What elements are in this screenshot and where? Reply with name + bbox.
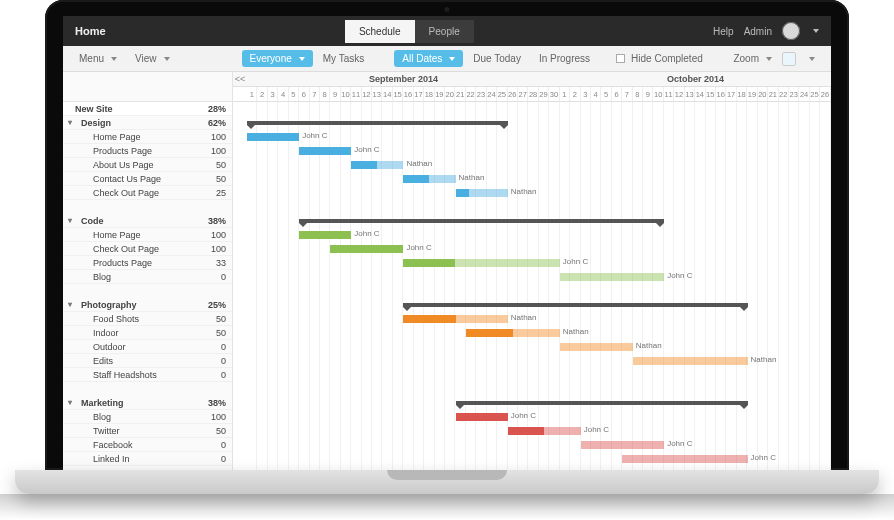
task-pct: 0 <box>200 440 226 450</box>
day-cell: 25 <box>810 87 820 101</box>
group-bar[interactable] <box>247 121 508 125</box>
task-row[interactable]: Edits0 <box>63 354 232 368</box>
task-bar[interactable] <box>466 329 560 337</box>
task-row[interactable]: Products Page100 <box>63 144 232 158</box>
task-row[interactable]: Home Page100 <box>63 228 232 242</box>
assignee-label: Nathan <box>751 355 777 364</box>
task-row[interactable]: Indoor50 <box>63 326 232 340</box>
task-bar[interactable] <box>622 455 747 463</box>
filter-all-dates[interactable]: All Dates <box>394 50 463 67</box>
task-row[interactable]: Twitter50 <box>63 424 232 438</box>
zoom-option-1[interactable] <box>782 52 796 66</box>
task-name: Contact Us Page <box>75 174 200 184</box>
task-row[interactable]: Linked In0 <box>63 452 232 466</box>
filter-due-today[interactable]: Due Today <box>465 50 529 67</box>
task-bar[interactable] <box>581 441 664 449</box>
zoom-button[interactable]: Zoom <box>725 50 780 67</box>
day-cell: 10 <box>341 87 351 101</box>
task-row[interactable]: About Us Page50 <box>63 158 232 172</box>
project-row[interactable]: New Site28% <box>63 102 232 116</box>
filter-my-tasks[interactable]: My Tasks <box>315 50 373 67</box>
task-row[interactable]: Outdoor0 <box>63 340 232 354</box>
day-cell: 13 <box>372 87 382 101</box>
account-menu-caret[interactable] <box>813 29 819 33</box>
task-pct: 0 <box>200 454 226 464</box>
assignee-label: John C <box>354 145 379 154</box>
avatar[interactable] <box>782 22 800 40</box>
task-pct: 50 <box>200 426 226 436</box>
tab-schedule[interactable]: Schedule <box>345 20 415 43</box>
task-bar[interactable] <box>560 273 664 281</box>
task-bar[interactable] <box>299 231 351 239</box>
assignee-label: John C <box>354 229 379 238</box>
task-row[interactable]: Home Page100 <box>63 130 232 144</box>
task-pct: 33 <box>200 258 226 268</box>
day-cell: 1 <box>560 87 570 101</box>
task-bar[interactable] <box>299 147 351 155</box>
disclose-icon[interactable]: ▾ <box>65 118 75 127</box>
day-cell: 9 <box>643 87 653 101</box>
task-row[interactable]: Staff Headshots0 <box>63 368 232 382</box>
tab-people[interactable]: People <box>415 20 474 43</box>
day-cell: 10 <box>653 87 663 101</box>
task-bar[interactable] <box>403 315 507 323</box>
disclose-icon[interactable]: ▾ <box>65 398 75 407</box>
task-bar[interactable] <box>456 413 508 421</box>
task-row[interactable]: Check Out Page100 <box>63 242 232 256</box>
task-bar[interactable] <box>351 161 403 169</box>
group-row[interactable]: ▾Photography25% <box>63 298 232 312</box>
task-name: Home Page <box>75 132 200 142</box>
disclose-icon[interactable]: ▾ <box>65 216 75 225</box>
group-row[interactable]: ▾Marketing38% <box>63 396 232 410</box>
task-bar[interactable] <box>560 343 633 351</box>
task-name: Code <box>75 216 200 226</box>
task-pct: 0 <box>200 272 226 282</box>
group-row[interactable]: ▾Design62% <box>63 116 232 130</box>
group-bar[interactable] <box>456 401 748 405</box>
link-help[interactable]: Help <box>713 26 734 37</box>
day-cell: 20 <box>445 87 455 101</box>
day-cell: 28 <box>528 87 538 101</box>
filter-in-progress[interactable]: In Progress <box>531 50 598 67</box>
link-admin[interactable]: Admin <box>744 26 772 37</box>
task-bar[interactable] <box>456 189 508 197</box>
task-row[interactable]: Facebook0 <box>63 438 232 452</box>
task-name: Food Shots <box>75 314 200 324</box>
task-bar[interactable] <box>330 245 403 253</box>
task-bar[interactable] <box>403 175 455 183</box>
task-pct: 50 <box>200 174 226 184</box>
task-row[interactable]: Contact Us Page50 <box>63 172 232 186</box>
filter-everyone[interactable]: Everyone <box>242 50 313 67</box>
hide-completed-checkbox[interactable] <box>616 54 625 63</box>
month-header: << September 2014 October 2014 <box>233 72 831 87</box>
group-bar[interactable] <box>403 303 747 307</box>
hide-completed-label[interactable]: Hide Completed <box>627 50 711 67</box>
task-pct: 62% <box>200 118 226 128</box>
prev-month[interactable]: << <box>233 72 247 86</box>
day-cell: 16 <box>403 87 413 101</box>
task-bar[interactable] <box>508 427 581 435</box>
task-name: Marketing <box>75 398 200 408</box>
task-bar[interactable] <box>247 133 299 141</box>
assignee-label: John C <box>563 257 588 266</box>
task-name: Blog <box>75 412 200 422</box>
task-row[interactable]: Check Out Page25 <box>63 186 232 200</box>
group-bar[interactable] <box>299 219 664 223</box>
day-cell: 25 <box>497 87 507 101</box>
view-button[interactable]: View <box>127 50 178 67</box>
task-bar[interactable] <box>633 357 748 365</box>
gantt-area: << September 2014 October 2014 123456789… <box>233 72 831 470</box>
task-bar[interactable] <box>403 259 559 267</box>
group-row[interactable]: ▾Code38% <box>63 214 232 228</box>
menu-button[interactable]: Menu <box>71 50 125 67</box>
day-cell: 17 <box>414 87 424 101</box>
task-pct: 100 <box>200 244 226 254</box>
task-row[interactable]: Food Shots50 <box>63 312 232 326</box>
task-name: Staff Headshots <box>75 370 200 380</box>
task-row[interactable]: Blog0 <box>63 270 232 284</box>
task-row[interactable]: Products Page33 <box>63 256 232 270</box>
zoom-option-caret[interactable] <box>798 54 823 64</box>
assignee-label: Nathan <box>459 173 485 182</box>
disclose-icon[interactable]: ▾ <box>65 300 75 309</box>
task-row[interactable]: Blog100 <box>63 410 232 424</box>
